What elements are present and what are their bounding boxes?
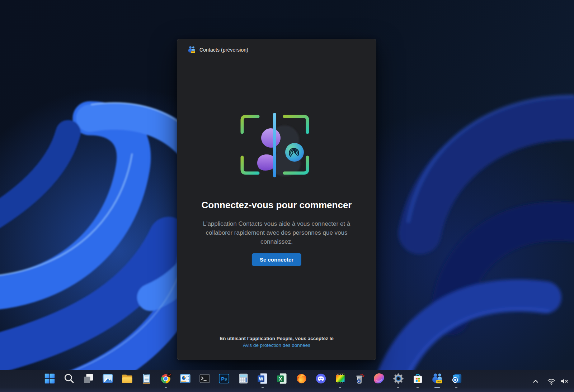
taskbar-icon-photos[interactable]: [101, 371, 114, 391]
taskbar-icon-people[interactable]: [430, 371, 443, 391]
taskbar-icon-photoshop[interactable]: [217, 371, 230, 391]
taskbar-icon-firefox[interactable]: [295, 371, 308, 391]
signin-heading: Connectez-vous pour commencer: [177, 200, 376, 211]
taskbar-icon-revo-uninstaller[interactable]: [353, 371, 366, 391]
taskbar-icon-discord[interactable]: [314, 371, 327, 391]
desktop: Contacts (préversion): [0, 0, 574, 392]
taskbar-icon-notepad[interactable]: [140, 371, 153, 391]
tray-chevron-up-icon[interactable]: [530, 376, 541, 387]
taskbar-icon-settings[interactable]: [392, 371, 405, 391]
taskbar-icon-copilot[interactable]: [372, 371, 385, 391]
taskbar-icon-system-monitor[interactable]: [179, 371, 192, 391]
taskbar-icon-word[interactable]: [256, 371, 269, 391]
taskbar-icon-chrome[interactable]: [159, 371, 172, 391]
window-titlebar[interactable]: Contacts (préversion): [177, 39, 376, 61]
signin-illustration: [236, 110, 317, 180]
taskbar-icon-outlook[interactable]: [450, 371, 463, 391]
window-footer: En utilisant l'application People, vous …: [177, 335, 376, 349]
system-tray: [530, 370, 574, 392]
taskbar-icons: [43, 371, 463, 391]
volume-mute-icon[interactable]: [559, 376, 570, 387]
taskbar-icon-photo-viewer[interactable]: [334, 371, 347, 391]
people-app-icon: [187, 46, 196, 54]
taskbar-icon-search[interactable]: [62, 371, 75, 391]
wifi-icon[interactable]: [546, 376, 557, 387]
taskbar: [0, 370, 574, 392]
privacy-notice-link[interactable]: Avis de protection des données: [243, 342, 310, 349]
taskbar-icon-store[interactable]: [411, 371, 424, 391]
taskbar-icon-start[interactable]: [43, 371, 56, 391]
taskbar-icon-task-view[interactable]: [82, 371, 95, 391]
sign-in-button[interactable]: Se connecter: [252, 253, 301, 266]
contacts-app-window: Contacts (préversion): [177, 39, 376, 360]
taskbar-icon-excel[interactable]: [276, 371, 288, 391]
taskbar-icon-calculator[interactable]: [237, 371, 250, 391]
terms-text: En utilisant l'application People, vous …: [177, 335, 376, 342]
signin-description: L'application Contacts vous aide à vous …: [197, 219, 356, 246]
window-title: Contacts (préversion): [199, 47, 248, 53]
taskbar-icon-terminal[interactable]: [198, 371, 211, 391]
taskbar-icon-file-explorer[interactable]: [121, 371, 133, 391]
